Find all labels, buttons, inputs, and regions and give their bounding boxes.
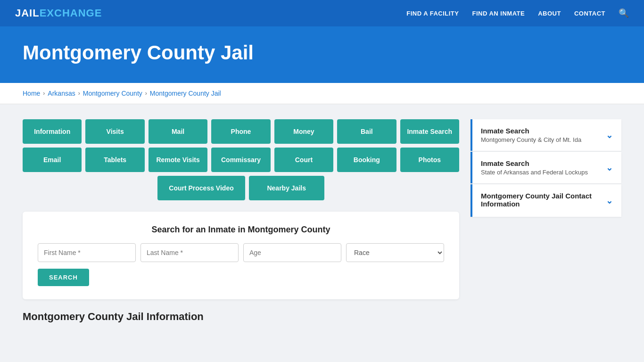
- right-sidebar: Inmate Search Montgomery County & City o…: [471, 119, 621, 217]
- breadcrumb-sep-2: ›: [78, 90, 80, 97]
- age-input[interactable]: [243, 243, 341, 262]
- sidebar-card-3[interactable]: Montgomery County Jail Contact Informati…: [471, 184, 621, 217]
- breadcrumb: Home › Arkansas › Montgomery County › Mo…: [0, 83, 644, 104]
- chevron-down-icon-1: ⌄: [606, 130, 613, 140]
- sidebar-card-1[interactable]: Inmate Search Montgomery County & City o…: [471, 119, 621, 151]
- sidebar-card-3-text: Montgomery County Jail Contact Informati…: [481, 192, 606, 209]
- breadcrumb-home[interactable]: Home: [23, 90, 40, 97]
- inmate-search-title: Search for an Inmate in Montgomery Count…: [38, 225, 444, 235]
- logo[interactable]: JAILEXCHANGE: [15, 7, 102, 19]
- btn-remote-visits[interactable]: Remote Visits: [149, 148, 207, 172]
- main-content: Information Visits Mail Phone Money Bail…: [0, 104, 644, 338]
- sidebar-card-1-text: Inmate Search Montgomery County & City o…: [481, 127, 581, 143]
- btn-court-process-video[interactable]: Court Process Video: [157, 176, 245, 200]
- breadcrumb-current: Montgomery County Jail: [150, 90, 221, 97]
- breadcrumb-montgomery-county[interactable]: Montgomery County: [83, 90, 142, 97]
- sidebar-card-1-title: Inmate Search: [481, 127, 581, 135]
- chevron-down-icon-3: ⌄: [606, 196, 613, 206]
- sidebar-card-3-title: Montgomery County Jail Contact Informati…: [481, 192, 606, 208]
- button-grid-row3: Court Process Video Nearby Jails: [23, 176, 459, 200]
- hero-section: Montgomery County Jail: [0, 26, 644, 83]
- btn-commissary[interactable]: Commissary: [211, 148, 270, 172]
- nav-links: FIND A FACILITY FIND AN INMATE ABOUT CON…: [406, 8, 629, 18]
- first-name-input[interactable]: [38, 243, 136, 262]
- btn-phone[interactable]: Phone: [211, 119, 270, 144]
- btn-inmate-search[interactable]: Inmate Search: [400, 119, 459, 144]
- btn-booking[interactable]: Booking: [337, 148, 396, 172]
- chevron-down-icon-2: ⌄: [606, 163, 613, 173]
- sidebar-card-2-text: Inmate Search State of Arkansas and Fede…: [481, 159, 588, 176]
- btn-bail[interactable]: Bail: [337, 119, 396, 144]
- btn-court[interactable]: Court: [274, 148, 333, 172]
- search-button[interactable]: SEARCH: [38, 269, 89, 286]
- breadcrumb-arkansas[interactable]: Arkansas: [48, 90, 75, 97]
- btn-visits[interactable]: Visits: [85, 119, 144, 144]
- sidebar-card-1-subtitle: Montgomery County & City of Mt. Ida: [481, 136, 581, 143]
- btn-money[interactable]: Money: [274, 119, 333, 144]
- inmate-search-box: Search for an Inmate in Montgomery Count…: [23, 212, 459, 299]
- btn-nearby-jails[interactable]: Nearby Jails: [249, 176, 324, 200]
- sidebar-card-2-subtitle: State of Arkansas and Federal Lockups: [481, 169, 588, 176]
- btn-photos[interactable]: Photos: [400, 148, 459, 172]
- nav-contact[interactable]: CONTACT: [574, 10, 605, 17]
- btn-tablets[interactable]: Tablets: [85, 148, 144, 172]
- button-grid-row2: Email Tablets Remote Visits Commissary C…: [23, 148, 459, 172]
- breadcrumb-sep-1: ›: [43, 90, 45, 97]
- navbar: JAILEXCHANGE FIND A FACILITY FIND AN INM…: [0, 0, 644, 26]
- left-column: Information Visits Mail Phone Money Bail…: [23, 119, 459, 323]
- sidebar-card-2[interactable]: Inmate Search State of Arkansas and Fede…: [471, 152, 621, 183]
- nav-find-inmate[interactable]: FIND AN INMATE: [472, 10, 525, 17]
- btn-information[interactable]: Information: [23, 119, 82, 144]
- search-icon[interactable]: 🔍: [619, 8, 629, 18]
- section-bottom-title: Montgomery County Jail Information: [23, 311, 459, 323]
- logo-jail: JAIL: [15, 7, 40, 19]
- page-title: Montgomery County Jail: [23, 41, 621, 64]
- nav-find-facility[interactable]: FIND A FACILITY: [406, 10, 459, 17]
- nav-about[interactable]: ABOUT: [538, 10, 561, 17]
- sidebar-card-2-title: Inmate Search: [481, 159, 588, 167]
- btn-email[interactable]: Email: [23, 148, 82, 172]
- race-select[interactable]: Race White Black Hispanic Asian Other: [346, 243, 444, 262]
- search-fields: Race White Black Hispanic Asian Other: [38, 243, 444, 262]
- last-name-input[interactable]: [140, 243, 239, 262]
- logo-exchange: EXCHANGE: [40, 7, 102, 19]
- button-grid-row1: Information Visits Mail Phone Money Bail…: [23, 119, 459, 144]
- btn-mail[interactable]: Mail: [149, 119, 207, 144]
- breadcrumb-sep-3: ›: [145, 90, 147, 97]
